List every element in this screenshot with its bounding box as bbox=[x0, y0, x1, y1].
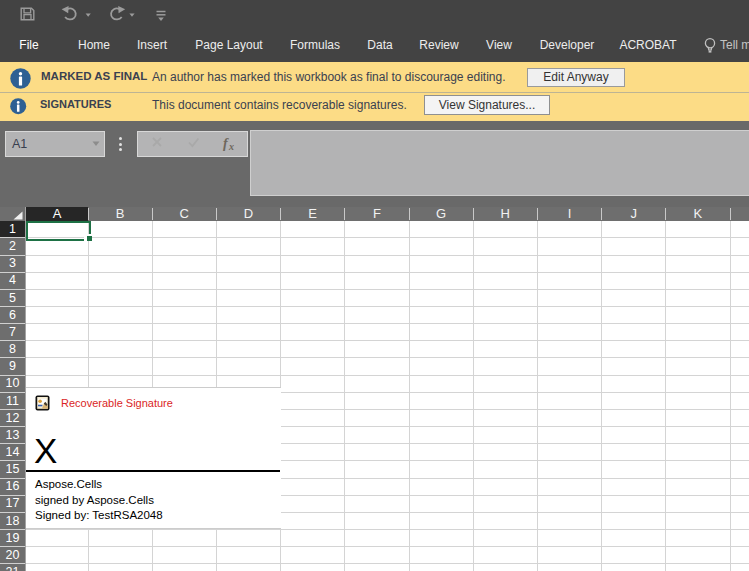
svg-text:x: x bbox=[228, 141, 234, 152]
